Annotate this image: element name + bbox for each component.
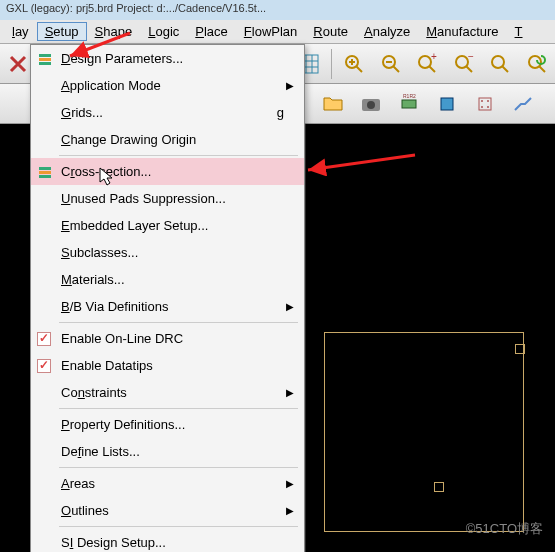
shortcut-label: g [277,105,284,120]
menu-item-label: Change Drawing Origin [61,132,196,147]
menu-item-label: Outlines [61,503,109,518]
menu-separator [59,408,298,409]
menu-item-label: Enable On-Line DRC [61,331,183,346]
chevron-right-icon: ▶ [286,478,294,489]
menu-analyze[interactable]: Analyze [356,22,418,41]
menu-item-cross-section[interactable]: Cross-section... [31,158,304,185]
zoom-minus-icon[interactable]: − [448,47,480,81]
svg-text:−: − [468,52,474,62]
menu-separator [59,322,298,323]
svg-rect-18 [479,98,491,110]
folder-icon[interactable] [316,87,350,121]
menu-item-label: Cross-section... [61,164,151,179]
menu-item-label: Application Mode [61,78,161,93]
menu-item-label: Areas [61,476,95,491]
menu-item-label: Materials... [61,272,125,287]
menu-item-subclasses[interactable]: Subclasses... [31,239,304,266]
menu-item-label: Property Definitions... [61,417,185,432]
toolbar-separator [331,49,332,79]
menu-item-areas[interactable]: Areas▶ [31,470,304,497]
zoom-plus-icon[interactable]: + [411,47,443,81]
chip-tool-icon[interactable] [430,87,464,121]
svg-rect-17 [441,98,453,110]
canvas-area[interactable] [305,124,555,552]
component-icon[interactable]: R1R2 [392,87,426,121]
camera-icon[interactable] [354,87,388,121]
layers-icon [35,162,55,182]
svg-rect-28 [39,175,51,178]
menu-route[interactable]: Route [305,22,356,41]
menu-separator [59,526,298,527]
menu-item-outlines[interactable]: Outlines▶ [31,497,304,524]
pin-icon[interactable] [468,87,502,121]
menu-shape[interactable]: Shape [87,22,141,41]
menu-item-property-definitions[interactable]: Property Definitions... [31,411,304,438]
chevron-right-icon: ▶ [286,505,294,516]
board-outline [324,332,524,532]
svg-point-20 [487,100,489,102]
menu-item-enable-on-line-drc[interactable]: Enable On-Line DRC [31,325,304,352]
svg-point-19 [481,100,483,102]
menu-item-materials[interactable]: Materials... [31,266,304,293]
menu-item-label: Define Lists... [61,444,140,459]
menu-place[interactable]: Place [187,22,236,41]
menu-item-label: Unused Pads Suppression... [61,191,226,206]
checkbox-checked-icon [37,332,51,346]
menu-manufacture[interactable]: Manufacture [418,22,506,41]
menu-item-embedded-layer-setup[interactable]: Embedded Layer Setup... [31,212,304,239]
watermark: ©51CTO博客 [466,520,543,538]
menu-bar: laySetupShapeLogicPlaceFlowPlanRouteAnal… [0,20,555,44]
svg-text:+: + [431,52,437,62]
menu-item-label: SI Design Setup... [61,535,166,550]
svg-point-14 [367,101,375,109]
menu-item-si-design-setup[interactable]: SI Design Setup... [31,529,304,552]
menu-item-label: Subclasses... [61,245,138,260]
canvas-marker [515,344,525,354]
menu-separator [59,155,298,156]
svg-rect-15 [402,100,416,108]
menu-item-change-drawing-origin[interactable]: Change Drawing Origin [31,126,304,153]
menu-item-define-lists[interactable]: Define Lists... [31,438,304,465]
params-icon [35,49,55,69]
menu-setup[interactable]: Setup [37,22,87,41]
canvas-marker [434,482,444,492]
menu-item-label: Enable Datatips [61,358,153,373]
menu-item-constraints[interactable]: Constraints▶ [31,379,304,406]
menu-item-grids[interactable]: Grids...g [31,99,304,126]
svg-rect-23 [39,54,51,57]
svg-point-22 [487,106,489,108]
svg-rect-27 [39,171,51,174]
chevron-right-icon: ▶ [286,387,294,398]
checkbox-checked-icon [37,359,51,373]
track-icon[interactable] [506,87,540,121]
menu-flowplan[interactable]: FlowPlan [236,22,305,41]
menu-item-enable-datatips[interactable]: Enable Datatips [31,352,304,379]
svg-rect-25 [39,62,51,65]
chevron-right-icon: ▶ [286,80,294,91]
menu-item-application-mode[interactable]: Application Mode▶ [31,72,304,99]
setup-dropdown: Design Parameters...Application Mode▶Gri… [30,44,305,552]
menu-separator [59,467,298,468]
menu-item-label: Grids... [61,105,103,120]
zoom-redo-icon[interactable] [521,47,553,81]
menu-item-unused-pads-suppression[interactable]: Unused Pads Suppression... [31,185,304,212]
zoom-fit-icon[interactable] [484,47,516,81]
menu-item-label: Design Parameters... [61,51,183,66]
menu-item-design-parameters[interactable]: Design Parameters... [31,45,304,72]
zoom-out-icon[interactable] [375,47,407,81]
svg-rect-26 [39,167,51,170]
title-bar: GXL (legacy): prj5.brd Project: d:.../Ca… [0,0,555,20]
svg-point-21 [481,106,483,108]
menu-item-b-b-via-definitions[interactable]: B/B Via Definitions▶ [31,293,304,320]
menu-item-label: Constraints [61,385,127,400]
menu-logic[interactable]: Logic [140,22,187,41]
menu-item-label: B/B Via Definitions [61,299,168,314]
chevron-right-icon: ▶ [286,301,294,312]
svg-rect-24 [39,58,51,61]
menu-lay[interactable]: lay [4,22,37,41]
menu-item-label: Embedded Layer Setup... [61,218,208,233]
svg-text:R1R2: R1R2 [403,93,416,99]
menu-t[interactable]: T [507,22,531,41]
zoom-in-icon[interactable] [338,47,370,81]
